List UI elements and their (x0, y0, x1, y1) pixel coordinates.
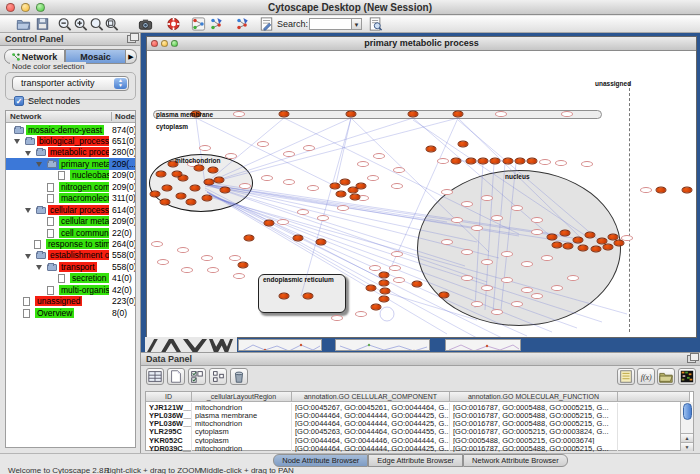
gene-label-node[interactable] (461, 201, 473, 207)
gene-node[interactable] (547, 234, 558, 241)
gene-label-node[interactable] (337, 205, 349, 211)
gene-label-node[interactable] (539, 159, 551, 165)
gene-label-node[interactable] (531, 229, 543, 235)
gene-node[interactable] (350, 194, 361, 201)
gene-label-node[interactable] (239, 183, 251, 189)
gene-node[interactable] (578, 245, 589, 252)
tree-row[interactable]: unassigned223(0) (6, 296, 136, 308)
gene-node[interactable] (426, 146, 437, 153)
zoom-out-icon[interactable] (57, 17, 72, 31)
save-icon[interactable] (35, 17, 50, 31)
table-row[interactable]: YPL036W__2plasma membrane[GO:0044464, GO… (146, 411, 695, 419)
column-header[interactable]: annotation.GO MOLECULAR_FUNCTION (450, 392, 618, 402)
gene-node[interactable] (656, 187, 667, 194)
scrollbar-thumb[interactable] (683, 403, 692, 420)
gene-node[interactable] (591, 246, 602, 253)
gene-label-node[interactable] (257, 141, 269, 147)
gene-node[interactable] (244, 235, 255, 242)
gene-label-node[interactable] (199, 145, 211, 151)
float-panel-icon[interactable] (687, 355, 696, 363)
gene-label-node[interactable] (317, 215, 329, 221)
gene-node[interactable] (439, 292, 450, 299)
attribute-table[interactable]: ID_cellularLayoutRegionannotation.GO CEL… (145, 391, 694, 451)
gene-label-node[interactable] (551, 285, 563, 291)
network-canvas[interactable]: plasma membrane cytoplasm mitochondrion … (147, 52, 696, 337)
gene-label-node[interactable] (369, 265, 381, 271)
gene-label-node[interactable] (640, 187, 652, 193)
gene-label-node[interactable] (481, 195, 493, 201)
gene-node[interactable] (573, 237, 584, 244)
help-icon[interactable] (166, 17, 181, 31)
gene-label-node[interactable] (225, 153, 237, 159)
gene-label-node[interactable] (151, 241, 163, 247)
column-header[interactable]: ID (146, 392, 192, 402)
gene-label-node[interactable] (541, 255, 553, 261)
node-color-dropdown[interactable]: transporter activity ▲▼ (12, 76, 129, 91)
gene-label-node[interactable] (471, 225, 483, 231)
notes-icon[interactable] (617, 368, 635, 385)
gene-node[interactable] (458, 141, 469, 148)
gene-label-node[interactable] (491, 215, 503, 221)
gene-node[interactable] (366, 285, 377, 292)
table-row[interactable]: YKR052Ccytoplasm[GO:0044464, GO:0044446,… (146, 436, 695, 444)
gene-label-node[interactable] (357, 161, 369, 167)
tree-row[interactable]: nucleobase-cont209(0) (6, 170, 136, 182)
tree-row[interactable]: Overview8(0) (6, 307, 136, 319)
snapshot-icon[interactable] (137, 17, 154, 31)
gene-node[interactable] (202, 195, 213, 202)
gene-node[interactable] (186, 199, 197, 206)
gene-node[interactable] (160, 199, 171, 206)
gene-label-node[interactable] (355, 311, 367, 317)
gene-label-node[interactable] (561, 111, 573, 117)
gene-label-node[interactable] (393, 167, 405, 173)
open-icon[interactable] (16, 17, 31, 31)
select-nodes-checkbox[interactable]: ✓ (14, 96, 24, 106)
table-scrollbar[interactable]: ▲ ▼ (680, 402, 693, 451)
gene-label-node[interactable] (283, 179, 295, 185)
gene-label-node[interactable] (441, 189, 453, 195)
gene-label-node[interactable] (391, 251, 403, 257)
gene-label-node[interactable] (501, 277, 513, 283)
gene-node[interactable] (527, 158, 538, 165)
gene-label-node[interactable] (567, 275, 579, 281)
gene-node[interactable] (603, 244, 614, 251)
gene-label-node[interactable] (367, 175, 379, 181)
gene-label-node[interactable] (233, 111, 245, 117)
tree-row[interactable]: biological_process651(0) (6, 135, 136, 147)
gene-node[interactable] (279, 293, 290, 300)
table-row[interactable]: YJR121W__1mitochondrion[GO:0045267, GO:0… (146, 403, 695, 411)
gene-node[interactable] (451, 158, 462, 165)
gene-node[interactable] (408, 111, 419, 118)
disclosure-arrow-icon[interactable] (14, 139, 20, 144)
gene-node[interactable] (453, 111, 464, 118)
gene-node[interactable] (614, 240, 625, 247)
formula-icon[interactable]: f(x) (637, 368, 655, 385)
background-window-fragment[interactable] (238, 339, 322, 351)
gene-label-node[interactable] (303, 145, 315, 151)
gene-node[interactable] (238, 262, 249, 269)
gene-node[interactable] (303, 293, 314, 300)
new-attribute-icon[interactable] (167, 368, 185, 385)
gene-node[interactable] (176, 193, 187, 200)
gene-node[interactable] (346, 111, 357, 118)
tree-row[interactable]: primary metabol209(... (6, 158, 136, 170)
disclosure-arrow-icon[interactable] (36, 265, 42, 270)
gene-node[interactable] (356, 183, 367, 190)
gene-label-node[interactable] (261, 175, 273, 181)
gene-label-node[interactable] (229, 255, 241, 261)
tree-row[interactable]: transport558(0) (6, 261, 136, 273)
gene-node[interactable] (214, 177, 225, 184)
background-window-fragment[interactable] (335, 339, 430, 351)
gene-label-node[interactable] (181, 267, 193, 273)
gene-node[interactable] (515, 158, 526, 165)
gene-node[interactable] (316, 239, 327, 246)
tab-overflow-arrow[interactable]: ▶ (126, 49, 137, 64)
column-header[interactable]: _cellularLayoutRegion (192, 392, 292, 402)
zoom-fit-icon[interactable] (104, 17, 119, 31)
tree-row[interactable]: cellular process614(0) (6, 204, 136, 216)
tree-row[interactable]: cellular metabol209(0) (6, 216, 136, 228)
gene-label-node[interactable] (511, 301, 523, 307)
gene-label-node[interactable] (277, 219, 289, 225)
gene-node[interactable] (585, 232, 596, 239)
gene-node[interactable] (330, 183, 341, 190)
